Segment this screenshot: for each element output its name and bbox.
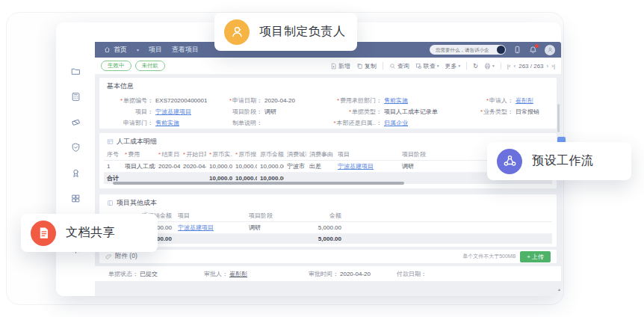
field-project: 项目： 宁波基建项目 [107,106,220,117]
field-value-link[interactable]: 售前实施 [384,96,408,105]
labor-cost-title: 人工成本明细 [117,137,157,147]
field-value-link[interactable]: 归属企业 [384,119,408,127]
field-label: 项目阶段： [232,108,262,116]
record-pager: |‹ ‹ 263 / 263 › ›| [507,63,555,70]
basic-info-grid: *单据编号： EXS720200400001 *申请日期： 2020-04-20… [99,93,557,129]
cell: 项目人工成本 [122,161,155,173]
field-label: 单据类型： [352,108,382,116]
labor-cost-table: 序号 *费用 *结束日期 *开始日期 *原币实... *原币报... 原币金额 … [104,149,552,184]
chevron-down-icon: ▾ [437,64,439,68]
pager-next-button[interactable]: › [547,63,549,70]
more-button[interactable]: 更多 ▾ [445,62,461,70]
assistant-avatar[interactable] [497,46,505,54]
project-link[interactable]: 宁波基建项目 [338,163,374,170]
cell: 宁波基建项目 [335,161,399,173]
linked-query-button[interactable]: 联查 ▾ [415,62,439,70]
field-label: 本部还是归属..： [337,119,382,127]
project-link[interactable]: 宁波基建项目 [178,224,214,231]
folder-icon[interactable] [70,66,81,76]
search-input[interactable] [436,47,494,52]
required-mark: * [229,97,232,104]
attachment-hint: 单个文件不大于500MB [462,253,515,260]
chevron-down-icon: ▾ [492,64,495,68]
app-sidebar [56,22,95,296]
medal-icon[interactable] [70,167,81,178]
marketing-screenshot: 首页 ▾ 项目 查看项目 [0,0,644,317]
field-cost-dept: *费用承担部门： 售前实施 [312,95,471,106]
action-row: 生效中 未付款 新增 复制 [95,58,561,75]
field-empty [471,117,549,129]
shield-icon[interactable] [70,142,81,153]
field-value-link[interactable]: 宁波基建项目 [155,108,191,116]
required-mark: * [349,108,351,115]
table-row[interactable]: 5,000.00 宁波基建项目 调研 5,000.00 [104,222,552,234]
required-mark: * [337,97,339,104]
total-cell: 5,000.00 [292,234,344,244]
linked-query-label: 联查 [424,62,436,70]
refresh-button[interactable]: ↻ [473,63,478,70]
cell: 调研 [246,222,292,234]
query-button[interactable]: 查询 [389,62,409,70]
column-header: *费用 [122,149,155,161]
pager-first-button[interactable]: |‹ [507,63,511,70]
field-value-link[interactable]: 售前实施 [155,119,179,127]
more-button-label: 更多 [445,62,457,70]
nav-dropdown-caret-icon[interactable]: ▾ [137,47,139,52]
approver-link[interactable]: 崔彤彤 [229,270,247,278]
field-approve-time: 审批时间： 2020-04-20 [309,270,397,278]
pager-prev-button[interactable]: ‹ [514,63,516,70]
field-label: 单据状态： [108,270,138,278]
user-avatar[interactable] [545,45,555,55]
column-header: 项目 [175,210,246,222]
mobile-phone-icon[interactable] [513,46,521,54]
cell: 1 [104,161,122,173]
new-doc-icon [330,63,337,70]
field-bill-note: 制单说明： [220,117,312,129]
field-value: EXS720200400001 [155,97,207,104]
home-icon [104,46,111,53]
column-header: 项目阶段 [246,210,292,222]
horizontal-scrollbar[interactable] [113,182,404,185]
cell: 10,000.00 [257,161,284,173]
column-header: 消费事由 [306,149,335,161]
feature-badge-preset-workflow: 预设工作流 [487,142,631,180]
upload-button[interactable]: + 上传 [520,251,551,262]
other-cost-table: 币报销金额 项目 项目阶段 金额 5,000.00 宁 [104,210,552,244]
notification-bell-icon[interactable] [529,46,537,54]
calculator-icon[interactable] [70,91,81,102]
vertical-scrollbar[interactable] [557,104,560,132]
scroll-up-arrow-icon[interactable]: ▴ [558,286,560,292]
field-value-link[interactable]: 崔彤彤 [515,96,533,105]
document-icon [31,221,56,246]
pager-last-button[interactable]: ›| [551,63,555,70]
nav-item-view-project[interactable]: 查看项目 [172,45,199,55]
field-value: 2020-04-20 [340,271,371,277]
field-label: 付款日期： [397,270,427,278]
field-apply-dept: 申请部门： 售前实施 [107,117,220,129]
copy-button[interactable]: 复制 [356,62,377,70]
other-cost-section: 项目其他成本 币报销金额 项目 项目阶段 金额 [99,194,557,247]
required-mark: * [486,97,489,104]
field-value: 已提交 [140,270,158,278]
print-button[interactable]: ▾ [484,63,495,70]
field-label: 审批时间： [309,270,338,278]
ticket-icon[interactable] [70,117,81,127]
nav-item-project[interactable]: 项目 [149,45,162,55]
field-ownership: *本部还是归属..： 归属企业 [312,117,471,129]
nav-home-item[interactable]: 首页 [104,45,127,55]
table-row[interactable]: 1 项目人工成本 2020-04-01 2020-04-01 10,000.00… [104,161,552,173]
table-header-row: 序号 *费用 *结束日期 *开始日期 *原币实... *原币报... 原币金额 … [104,149,552,161]
table-total-row: 5,000.00 5,000.00 [104,234,552,244]
basic-info-title: 基本信息 [99,78,557,93]
field-label: 申请部门： [123,119,153,127]
toolbar-divider [501,62,501,70]
column-header: *开始日期 [180,149,206,161]
global-search[interactable] [430,45,506,55]
new-button[interactable]: 新增 [330,62,350,70]
feature-badge-label: 文档共享 [66,225,115,241]
required-mark: * [120,97,123,104]
status-pills: 生效中 未付款 [101,61,165,71]
other-cost-title: 项目其他成本 [117,198,157,208]
apps-grid-icon[interactable] [70,193,81,203]
basic-info-section: 基本信息 *单据编号： EXS720200400001 *申请日期： 2020-… [99,78,557,129]
